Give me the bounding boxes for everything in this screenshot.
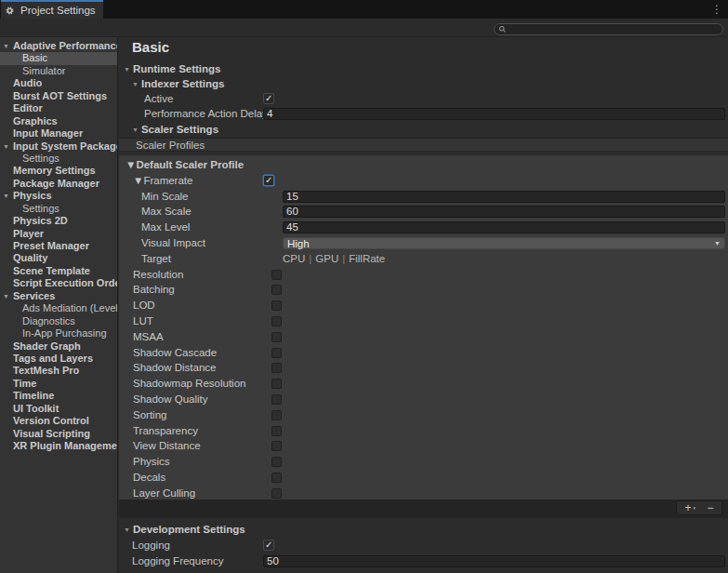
logging-frequency-field[interactable]: [263, 555, 725, 567]
sidebar-item-ui-toolkit[interactable]: UI Toolkit: [0, 403, 117, 415]
logging-checkbox[interactable]: ✓: [263, 540, 274, 551]
sidebar-item-diagnostics[interactable]: Diagnostics: [0, 315, 117, 327]
sidebar-item-script-execution-order[interactable]: Script Execution Order: [0, 277, 117, 289]
sidebar-item-burst-aot-settings[interactable]: Burst AOT Settings: [0, 90, 117, 102]
scaler-row-physics: Physics: [119, 454, 728, 469]
foldout-arrow-icon[interactable]: ▼: [3, 40, 9, 52]
performance-action-delay-field[interactable]: [263, 108, 725, 120]
sidebar-item-label: Burst AOT Settings: [13, 90, 107, 101]
view-distance-checkbox[interactable]: [271, 441, 282, 451]
sidebar-item-visual-scripting[interactable]: Visual Scripting: [0, 428, 117, 440]
shadowmap-resolution-checkbox[interactable]: [271, 379, 282, 389]
checkmark-icon: ✓: [265, 539, 272, 552]
sidebar-item-graphics[interactable]: Graphics: [0, 115, 117, 127]
scaler-settings-foldout[interactable]: ▼Scaler Settings: [119, 122, 728, 137]
sidebar-item-scene-template[interactable]: Scene Template: [0, 265, 117, 277]
sidebar-item-quality[interactable]: Quality: [0, 252, 117, 264]
foldout-arrow-icon[interactable]: ▼: [132, 81, 139, 87]
foldout-arrow-icon[interactable]: ▼: [3, 290, 9, 302]
sidebar-item-in-app-purchasing[interactable]: In-App Purchasing: [0, 327, 117, 340]
sidebar-item-label: Tags and Layers: [13, 353, 93, 364]
logging-frequency-row: Logging Frequency: [119, 553, 728, 568]
layer-culling-checkbox[interactable]: [271, 488, 282, 499]
default-scaler-profile-foldout[interactable]: ▼Default Scaler Profile: [119, 157, 728, 172]
sidebar-item-shader-graph[interactable]: Shader Graph: [0, 340, 117, 353]
scaler-label: LOD: [133, 298, 155, 313]
foldout-arrow-icon[interactable]: ▼: [132, 127, 139, 133]
sidebar-item-preset-manager[interactable]: Preset Manager: [0, 240, 117, 252]
logging-row: Logging ✓: [119, 538, 728, 553]
foldout-arrow-icon[interactable]: ▼: [126, 159, 136, 170]
batching-checkbox[interactable]: [271, 285, 282, 295]
sidebar-item-version-control[interactable]: Version Control: [0, 415, 117, 427]
shadow-cascade-checkbox[interactable]: [271, 348, 282, 358]
transparency-checkbox[interactable]: [271, 426, 282, 436]
sidebar-item-adaptive-performance[interactable]: ▼Adaptive Performance: [0, 40, 117, 52]
kebab-menu-icon[interactable]: ⋮: [711, 1, 722, 18]
foldout-arrow-icon[interactable]: ▼: [133, 175, 143, 186]
scaler-row-view-distance: View Distance: [119, 438, 728, 453]
foldout-arrow-icon[interactable]: ▼: [3, 190, 9, 202]
indexer-settings-foldout[interactable]: ▼Indexer Settings: [119, 76, 728, 91]
sidebar-item-label: Settings: [22, 153, 60, 164]
foldout-arrow-icon[interactable]: ▼: [124, 66, 130, 73]
visual-impact-dropdown[interactable]: High ▼: [283, 237, 725, 249]
sidebar-item-player[interactable]: Player: [0, 228, 117, 240]
sidebar-item-label: Basic: [22, 52, 47, 63]
foldout-arrow-icon[interactable]: ▼: [124, 526, 130, 533]
sidebar-item-input-manager[interactable]: Input Manager: [0, 127, 117, 140]
sidebar-item-textmesh-pro[interactable]: TextMesh Pro: [0, 365, 117, 377]
foldout-arrow-icon[interactable]: ▼: [3, 140, 9, 153]
sidebar-item-package-manager[interactable]: Package Manager: [0, 178, 117, 190]
add-button[interactable]: +▾: [677, 501, 699, 514]
scaler-row-decals: Decals: [119, 470, 728, 485]
scaler-row-batching: Batching: [119, 282, 728, 297]
remove-button[interactable]: −: [699, 501, 721, 514]
scaler-label: Layer Culling: [133, 486, 195, 500]
sidebar-item-label: Input Manager: [13, 127, 83, 139]
tab-project-settings[interactable]: Project Settings: [1, 0, 103, 19]
sidebar-item-time[interactable]: Time: [0, 378, 117, 390]
active-checkbox[interactable]: ✓: [263, 93, 274, 104]
scaler-label: Shadow Quality: [133, 392, 208, 406]
sidebar-item-memory-settings[interactable]: Memory Settings: [0, 165, 117, 177]
scaler-row-msaa: MSAA: [119, 329, 728, 344]
sidebar-item-label: Preset Manager: [13, 240, 89, 251]
sorting-checkbox[interactable]: [271, 410, 282, 420]
min-scale-field[interactable]: [283, 191, 725, 203]
scaler-label: MSAA: [133, 329, 164, 344]
resolution-checkbox[interactable]: [271, 270, 282, 280]
max-scale-label: Max Scale: [141, 204, 192, 219]
sidebar-item-xr-plugin-management[interactable]: XR Plugin Management: [0, 440, 117, 452]
project-settings-window: Project Settings ⋮ ▼Adaptive Performance…: [0, 0, 728, 573]
lut-checkbox[interactable]: [271, 316, 282, 326]
sidebar-item-physics-2d[interactable]: Physics 2D: [0, 215, 117, 227]
sidebar-item-timeline[interactable]: Timeline: [0, 390, 117, 402]
search-input[interactable]: [510, 24, 719, 34]
shadow-quality-checkbox[interactable]: [271, 394, 282, 405]
sidebar-item-simulator[interactable]: Simulator: [0, 65, 117, 77]
sidebar-item-input-system-settings[interactable]: Settings: [0, 153, 117, 165]
sidebar-item-editor[interactable]: Editor: [0, 102, 117, 114]
max-level-field[interactable]: [283, 221, 725, 233]
gear-icon: [6, 7, 14, 15]
framerate-checkbox[interactable]: ✓: [263, 175, 274, 186]
sidebar-item-physics[interactable]: ▼Physics: [0, 190, 117, 202]
sidebar-item-basic[interactable]: Basic: [0, 52, 117, 64]
lod-checkbox[interactable]: [271, 300, 282, 311]
shadow-distance-checkbox[interactable]: [271, 363, 282, 373]
scaler-profiles-label: Scaler Profiles: [136, 139, 205, 152]
sidebar-item-tags-and-layers[interactable]: Tags and Layers: [0, 353, 117, 365]
sidebar-item-input-system-package[interactable]: ▼Input System Package: [0, 140, 117, 153]
decals-checkbox[interactable]: [271, 473, 282, 483]
sidebar-item-physics-settings[interactable]: Settings: [0, 203, 117, 215]
runtime-settings-foldout[interactable]: ▼Runtime Settings: [119, 61, 728, 76]
search-box[interactable]: [494, 23, 723, 35]
msaa-checkbox[interactable]: [271, 332, 282, 342]
sidebar-item-audio[interactable]: Audio: [0, 77, 117, 89]
development-settings-foldout[interactable]: ▼Development Settings: [119, 522, 728, 537]
sidebar-item-ads-mediation[interactable]: Ads Mediation (Level: [0, 302, 117, 314]
physics-checkbox[interactable]: [271, 457, 282, 467]
sidebar-item-services[interactable]: ▼Services: [0, 290, 117, 302]
max-scale-field[interactable]: [283, 206, 725, 218]
